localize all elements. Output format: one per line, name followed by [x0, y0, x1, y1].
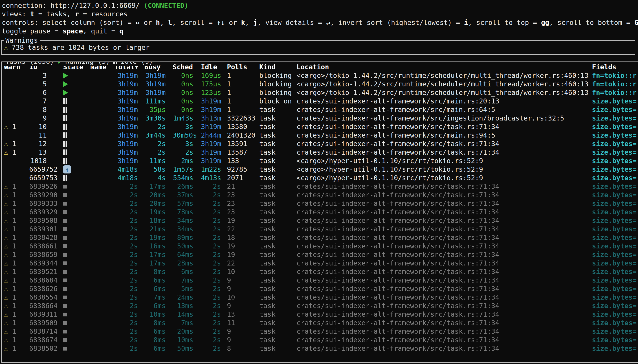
task-row-8[interactable]: 83h19m35µs0ns3h19m1taskcrates/sui-indexe… [4, 106, 638, 114]
task-busy-cell: 111ms [144, 97, 173, 106]
state-stopped-icon [63, 210, 67, 214]
task-row-5[interactable]: 53h19m3h19m0ns175µs1blocking<cargo>/toki… [4, 80, 638, 88]
task-id-cell: 5 [29, 80, 63, 88]
task-kind-cell: task [259, 191, 296, 199]
task-state-cell [63, 210, 90, 214]
task-row-6839301[interactable]: ⚠ 168393012s21ms34ms2s22taskcrates/sui-i… [4, 225, 638, 234]
task-row-6839508[interactable]: ⚠ 168395082s18ms34ms2s19taskcrates/sui-i… [4, 216, 638, 225]
column-header-location[interactable]: Location [296, 63, 592, 71]
task-sched-cell: 24ms [173, 293, 201, 302]
task-location-cell: crates/sui-indexer-alt-framework/src/tas… [296, 208, 592, 216]
task-state-cell [63, 73, 90, 78]
column-header-fields[interactable]: Fields [592, 63, 638, 71]
task-idle-cell: 2s [201, 234, 227, 242]
task-warn-count: 1 [8, 148, 16, 156]
task-row-3[interactable]: 33h19m3h19m0ns169µs1blocking<cargo>/toki… [4, 71, 638, 80]
task-row-6838659[interactable]: ⚠ 168386592s17ms64ms2s19taskcrates/sui-i… [4, 250, 638, 259]
task-row-6839290[interactable]: ⚠ 168392902s20ms37ms2s23taskcrates/sui-i… [4, 191, 638, 199]
task-total-cell: 2s [114, 293, 144, 302]
task-warn-count: 1 [8, 225, 16, 233]
task-row-7[interactable]: 73h19m111ms0ns3h19m1block_oncrates/sui-i… [4, 97, 638, 106]
task-warn-cell: ⚠ 1 [4, 199, 29, 208]
task-row-10[interactable]: ⚠ 1103h19m2s3s3h19m13580taskcrates/sui-i… [4, 122, 638, 131]
column-header-idle[interactable]: Idle [201, 63, 227, 71]
task-idle-cell: 2s [201, 208, 227, 216]
task-sched-cell: 2s [173, 148, 201, 157]
task-row-9[interactable]: 93h19m3m30s1m43s3h13m3322633taskcrates/s… [4, 114, 638, 122]
connection-line: connection: http://127.0.0.1:6669/ (CONN… [2, 1, 638, 10]
state-stopped-icon [63, 244, 67, 248]
task-row-6838684[interactable]: ⚠ 168386842s6ms7ms2s9taskcrates/sui-inde… [4, 276, 638, 284]
task-busy-cell: 35µs [144, 106, 173, 114]
task-row-6839344[interactable]: ⚠ 168393442s17ms28ms2s22taskcrates/sui-i… [4, 259, 638, 268]
task-row-6839311[interactable]: ⚠ 168393112s10ms14ms2s13taskcrates/sui-i… [4, 310, 638, 319]
task-row-6[interactable]: 63h19m3h19m0ns123µs1blocking<cargo>/toki… [4, 88, 638, 97]
task-location-cell: <cargo>/tokio-1.44.2/src/runtime/schedul… [296, 80, 592, 88]
task-fields-cell: size.bytes= [592, 336, 638, 344]
task-kind-cell: task [259, 310, 296, 319]
task-row-6838661[interactable]: ⚠ 168386612s16ms50ms2s19taskcrates/sui-i… [4, 242, 638, 250]
task-row-6839329[interactable]: ⚠ 168393292s19ms78ms2s23taskcrates/sui-i… [4, 208, 638, 216]
task-row-12[interactable]: ⚠ 1123h19m2s3s3h19m13591taskcrates/sui-i… [4, 140, 638, 148]
task-busy-cell: 2s [144, 122, 173, 131]
warning-icon: ⚠ [4, 336, 8, 344]
line2-segment-4: = resources [79, 10, 128, 18]
task-idle-cell: 2s [201, 268, 227, 276]
task-fields-cell: size.bytes= [592, 242, 638, 250]
task-sched-cell: 0ns [173, 71, 201, 80]
task-total-cell: 3h19m [114, 114, 144, 122]
column-header-sched[interactable]: Sched [173, 63, 201, 71]
task-fields-cell: size.bytes= [592, 148, 638, 157]
task-sched-cell: 3s [173, 140, 201, 148]
task-busy-cell: 6ms [144, 344, 173, 353]
task-polls-cell: 3322633 [227, 114, 259, 122]
task-row-6839333[interactable]: ⚠ 168393332s20ms57ms2s23taskcrates/sui-i… [4, 199, 638, 208]
task-total-cell: 4m18s [114, 165, 144, 174]
task-polls-cell: 22 [227, 259, 259, 268]
task-warn-cell: ⚠ 1 [4, 310, 29, 319]
task-polls-cell: 13 [227, 310, 259, 319]
task-warn-count: 1 [8, 276, 16, 284]
warnings-panel: Warnings ⚠ 738 tasks are 1024 bytes or l… [1, 40, 635, 55]
task-state-cell: ↑ [63, 166, 90, 174]
task-row-6838714[interactable]: ⚠ 168387142s6ms20ms2s9taskcrates/sui-ind… [4, 327, 638, 336]
task-row-6839521[interactable]: ⚠ 168395212s8ms6ms2s10taskcrates/sui-ind… [4, 268, 638, 276]
task-row-6839509[interactable]: ⚠ 168395092s8ms7ms2s11taskcrates/sui-ind… [4, 319, 638, 327]
task-busy-cell: 6ms [144, 276, 173, 284]
task-warn-count: 1 [8, 191, 16, 199]
task-warn-count: 1 [8, 328, 16, 335]
task-fields-cell: size.bytes= [592, 106, 638, 114]
task-row-1018[interactable]: 10183h19m11ms2ms3h19m133task<cargo>/hype… [4, 157, 638, 165]
task-row-6838428[interactable]: ⚠ 168384282s19ms89ms2s18taskcrates/sui-i… [4, 234, 638, 242]
task-row-6838502[interactable]: ⚠ 168385022s6ms50ms2s8taskcrates/sui-ind… [4, 344, 638, 353]
line3-segment-8: or [225, 19, 241, 26]
column-header-kind[interactable]: Kind [259, 63, 296, 71]
task-kind-cell: task [259, 234, 296, 242]
task-kind-cell: task [259, 140, 296, 148]
task-kind-cell: task [259, 182, 296, 191]
task-row-6838626[interactable]: ⚠ 168386262s6ms5ms2s9taskcrates/sui-inde… [4, 284, 638, 293]
task-row-6839526[interactable]: ⚠ 168395262s17ms26ms2s21taskcrates/sui-i… [4, 182, 638, 191]
task-polls-cell: 13587 [227, 148, 259, 157]
task-row-6659752[interactable]: 6659752↑4m18s58s1m57s1m22s92785task<carg… [4, 165, 638, 174]
task-total-cell: 2s [114, 216, 144, 225]
task-idle-cell: 2s [201, 284, 227, 293]
state-idle-icon [63, 150, 67, 155]
column-header-polls[interactable]: Polls [227, 63, 259, 71]
warning-item: ⚠ 738 tasks are 1024 bytes or larger [4, 43, 632, 52]
task-polls-cell: 10 [227, 268, 259, 276]
line1-segment-0: connection: http://127.0.0.1:6669/ [2, 2, 144, 10]
task-row-6838674[interactable]: ⚠ 168386742s8ms10ms2s9taskcrates/sui-ind… [4, 336, 638, 344]
task-fields-cell: size.bytes= [592, 259, 638, 268]
task-location-cell: crates/sui-indexer-alt-framework/src/tas… [296, 302, 592, 310]
line3-segment-19: G [634, 19, 638, 26]
task-row-11[interactable]: 113h19m3m44s30m50s2h44m2401320taskcrates… [4, 131, 638, 140]
task-location-cell: <cargo>/hyper-util-0.1.10/src/rt/tokio.r… [296, 157, 592, 165]
task-row-13[interactable]: ⚠ 1133h19m2s2s3h19m13587taskcrates/sui-i… [4, 148, 638, 157]
line3-segment-17: gg [541, 19, 549, 26]
task-row-6659753[interactable]: 66597534m18s4s554ms4m13s2071task<cargo>/… [4, 174, 638, 182]
task-id-cell: 11 [29, 131, 63, 140]
task-row-6838554[interactable]: ⚠ 168385542s7ms24ms2s10taskcrates/sui-in… [4, 293, 638, 302]
task-location-cell: crates/sui-indexer-alt-framework/src/tas… [296, 259, 592, 268]
task-row-6838664[interactable]: ⚠ 168386642s6ms13ms2s9taskcrates/sui-ind… [4, 302, 638, 310]
